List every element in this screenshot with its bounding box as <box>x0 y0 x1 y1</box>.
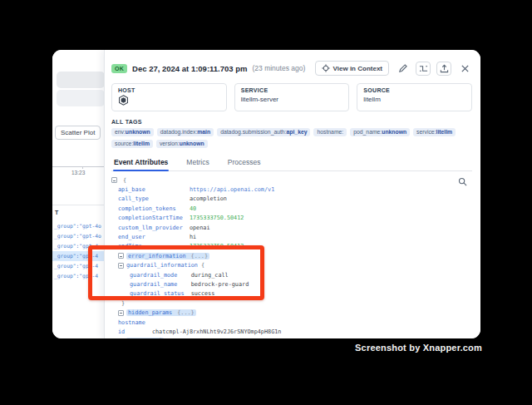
json-brace: { <box>123 177 126 184</box>
json-row-hidden_params[interactable]: hidden_params{...} <box>111 308 472 317</box>
json-row-messages[interactable]: messages[ <box>111 337 472 338</box>
info-card-label: SERVICE <box>241 87 343 93</box>
event-header: OK Dec 27, 2024 at 1:09:11.703 pm (23 mi… <box>111 61 472 76</box>
json-value: 1735333750.50412 <box>190 215 244 221</box>
status-badge: OK <box>111 64 127 73</box>
edit-icon[interactable] <box>395 62 410 76</box>
watermark-text: Screenshot by Xnapper.com <box>355 343 482 353</box>
json-key: id <box>118 328 152 335</box>
json-brace-row[interactable]: { <box>111 175 472 185</box>
info-card-label: SOURCE <box>363 87 466 93</box>
list-item[interactable]: _group":"gpt-4o <box>52 231 104 241</box>
event-timestamp: Dec 27, 2024 at 1:09:11.703 pm <box>132 64 247 73</box>
header-actions: View in Context <box>315 61 472 76</box>
host-hexagon-icon <box>118 93 220 109</box>
json-value: hi <box>190 234 196 240</box>
json-key: hidden_params <box>128 309 172 316</box>
x-axis-tick <box>82 166 83 169</box>
info-card-value: litellm <box>363 96 466 103</box>
tab-metrics[interactable]: Metrics <box>185 155 209 170</box>
tab-processes[interactable]: Processes <box>227 155 262 170</box>
json-key: end_user <box>118 234 190 240</box>
json-value: acompletion <box>190 195 227 202</box>
json-row-custom_llm_provider[interactable]: custom_llm_provideropenai <box>111 223 472 232</box>
json-key: hostname <box>118 319 152 326</box>
list-column-header: T <box>55 210 58 215</box>
json-brace: [ <box>159 338 162 338</box>
info-card-source: SOURCElitellm <box>357 83 472 111</box>
list-item[interactable]: _group":"gpt-4o <box>52 221 104 231</box>
info-cards: HOSTSERVICElitellm-serverSOURCElitellm <box>111 83 472 111</box>
info-card-host: HOST <box>111 83 227 111</box>
close-icon[interactable] <box>457 62 472 76</box>
json-row-api_base[interactable]: api_basehttps://api.openai.com/v1 <box>111 185 472 194</box>
json-key: completion_tokens <box>118 205 190 212</box>
info-card-service: SERVICElitellm-server <box>234 83 350 111</box>
collapse-toggle-icon[interactable] <box>118 310 124 316</box>
json-key: api_base <box>118 186 190 193</box>
collapse-toggle-icon[interactable] <box>111 177 117 183</box>
json-row-completion_tokens[interactable]: completion_tokens40 <box>111 204 472 213</box>
json-row-hostname[interactable]: hostname <box>111 318 472 327</box>
app-window: Scatter Plot 13:23 T _group":"gpt-4o_gro… <box>52 50 480 338</box>
underlay-skeleton <box>57 72 105 88</box>
tag-chip[interactable]: pod_name:unknown <box>350 128 410 136</box>
tag-chip[interactable]: version:unknown <box>156 140 208 148</box>
json-value: chatcmpl-Aj8rxhNLht9v2J6rSNYOmp4pH8G1n <box>152 328 282 335</box>
json-key: custom_llm_provider <box>118 225 190 231</box>
annotation-red-box <box>88 245 264 300</box>
tag-list: env:unknowndatadog.index:maindatadog.sub… <box>111 128 477 148</box>
view-in-context-label: View in Context <box>333 65 382 72</box>
screenshot-stage: Scatter Plot 13:23 T _group":"gpt-4o_gro… <box>0 0 532 405</box>
tag-chip[interactable]: env:unknown <box>111 128 154 136</box>
view-in-context-button[interactable]: View in Context <box>315 61 389 76</box>
event-relative-time: (23 minutes ago) <box>252 64 305 72</box>
tag-chip[interactable]: datadog.index:main <box>157 128 214 136</box>
tab-event-attributes[interactable]: Event Attributes <box>113 155 169 170</box>
x-axis-tick-label: 13:23 <box>71 170 85 175</box>
underlay-divider <box>52 205 104 205</box>
json-value: openai <box>190 225 210 231</box>
scatter-plot-button[interactable]: Scatter Plot <box>55 126 101 140</box>
x-axis-line <box>52 166 104 167</box>
tab-bar: Event AttributesMetricsProcesses <box>111 155 472 171</box>
json-row-completionStartTime[interactable]: completionStartTime1735333750.50412 <box>111 214 472 223</box>
json-row-id[interactable]: idchatcmpl-Aj8rxhNLht9v2J6rSNYOmp4pH8G1n <box>111 327 472 336</box>
search-highlight: hidden_params{...} <box>126 309 196 316</box>
json-key: completionStartTime <box>118 215 190 221</box>
scope-icon <box>322 64 330 72</box>
info-card-label: HOST <box>118 87 220 93</box>
info-card-value: litellm-server <box>241 96 343 103</box>
json-row-call_type[interactable]: call_typeacompletion <box>111 195 472 204</box>
underlay-skeleton <box>57 90 105 106</box>
all-tags-label: ALL TAGS <box>111 119 472 125</box>
json-key: call_type <box>118 195 190 202</box>
search-highlight: messages[ <box>126 338 164 338</box>
tag-chip[interactable]: hostname: <box>313 128 347 136</box>
json-key: messages <box>128 338 155 338</box>
tag-chip[interactable]: source:litellm <box>111 140 153 148</box>
export-icon[interactable] <box>436 62 451 76</box>
trace-flow-icon[interactable] <box>416 62 431 76</box>
json-value: 40 <box>190 205 196 212</box>
tag-chip[interactable]: datadog.submission_auth:api_key <box>217 128 310 136</box>
json-value: https://api.openai.com/v1 <box>190 186 274 193</box>
json-row-end_user[interactable]: end_userhi <box>111 232 472 241</box>
json-value: {...} <box>177 309 194 316</box>
search-icon[interactable] <box>458 177 467 188</box>
json-brace: } <box>121 300 125 307</box>
tag-chip[interactable]: service:litellm <box>413 128 456 136</box>
